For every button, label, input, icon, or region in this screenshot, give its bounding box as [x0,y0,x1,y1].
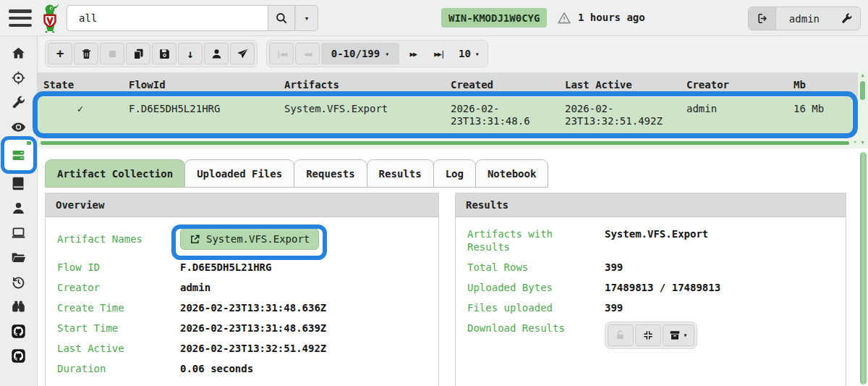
sidebar-item-vfs[interactable] [6,245,32,269]
col-flowid[interactable]: FlowId [123,79,278,91]
first-page-button[interactable]: |◀◀ [269,43,294,64]
search-options-dropdown[interactable]: ▾ [295,5,318,31]
active-indicator-dot [27,141,31,145]
artifact-names-label: Artifact Names [57,232,171,246]
launch-flow-button[interactable] [230,43,255,64]
flows-table-header: State FlowId Artifacts Created Last Acti… [38,72,858,96]
last-page-button[interactable]: ▶▶| [427,43,451,64]
archive-download-button[interactable]: ▾ [663,324,694,346]
table-horizontal-scrollbar[interactable]: ▸ [38,140,858,146]
overview-row-start-time: Start Time2026-02-23T13:31:48.639Z [57,322,427,335]
search-input[interactable] [67,5,268,31]
stop-flow-button[interactable] [100,43,124,64]
hscroll-thumb[interactable] [41,141,849,145]
lock-download-button[interactable] [608,324,634,346]
hamburger-menu-icon[interactable] [9,9,32,27]
col-mb[interactable]: Mb [788,79,858,91]
sidebar-item-search[interactable] [6,294,32,319]
new-collection-button[interactable]: + [48,43,72,64]
page-vertical-scrollbar[interactable] [860,152,867,385]
search-button[interactable] [268,5,295,31]
binoculars-icon [11,299,26,314]
vscroll-thumb[interactable] [860,81,865,100]
col-last-active[interactable]: Last Active [559,79,681,91]
overview-artifact-names-row: Artifact Names System.VFS.Export [57,227,427,251]
caret-down-icon: ▾ [385,50,389,58]
row-value: admin [180,281,210,294]
artifact-link-button[interactable]: System.VFS.Export [180,228,319,250]
flow-mb-cell: 16 Mb [788,97,852,133]
trash-icon [80,48,93,60]
sidebar-item-server-collections[interactable] [4,139,34,171]
col-created[interactable]: Created [445,79,559,91]
next-page-button[interactable]: ▶▶ [401,43,425,64]
scroll-right-icon[interactable]: ▸ [854,138,857,145]
col-state[interactable]: State [38,79,123,91]
user-icon [11,201,26,216]
tab-results[interactable]: Results [367,159,434,188]
page-range-dropdown[interactable]: 0-10/199 ▾ [321,43,399,64]
user-button-group: admin [748,7,861,30]
home-icon [11,46,26,61]
external-link-icon [190,234,200,245]
tab-uploaded-files[interactable]: Uploaded Files [184,159,294,188]
hostname-badge[interactable]: WIN-KMODJ1W0CYG [441,8,547,28]
col-artifacts[interactable]: Artifacts [278,79,445,91]
tab-artifact-collection[interactable]: Artifact Collection [45,159,185,188]
tab-log[interactable]: Log [433,159,476,188]
search-icon [275,12,288,25]
results-row-files-uploaded: Files uploaded399 [467,301,834,314]
username-button[interactable]: admin [776,7,833,30]
sidebar-item-home[interactable] [6,41,32,65]
compress-icon [642,330,654,341]
scroll-up-icon[interactable]: ▲ [858,72,867,79]
scroll-down-icon[interactable]: ▼ [858,140,867,146]
delete-flow-button[interactable] [74,43,98,64]
tab-requests[interactable]: Requests [294,159,367,188]
server-stack-icon [11,148,26,163]
flow-artifacts-cell: System.VFS.Export [278,97,445,133]
copy-flow-button[interactable] [126,43,150,64]
github-icon [11,348,26,364]
row-value: 17489813 / 17489813 [605,281,720,294]
page-size-dropdown[interactable]: 10 ▾ [453,48,485,59]
row-label: Start Time [57,322,171,335]
caret-down-icon: ▾ [305,14,310,23]
warning-icon [557,11,571,25]
lock-open-icon [615,330,626,341]
prepare-download-button[interactable] [635,324,661,346]
sidebar-item-users[interactable] [6,196,32,220]
prev-page-button[interactable]: ◀◀ [295,43,320,64]
wrench-icon [11,95,26,110]
next-page-icon: ▶▶ [409,50,416,58]
pagination-group: |◀◀ ◀◀ 0-10/199 ▾ ▶▶ ▶▶| 10 ▾ [266,40,488,67]
sidebar-item-server-events[interactable] [6,114,32,139]
laptop-icon [11,225,26,240]
sidebar-item-history[interactable] [6,269,32,294]
sidebar-item-notebooks[interactable] [6,171,32,196]
detail-cards: Overview Artifact Names System.VFS.Expor… [45,193,846,386]
history-clock-icon [11,274,26,290]
flow-table-row[interactable]: ✓ F.D6E5DH5L21HRG System.VFS.Export 2026… [38,97,852,133]
table-vertical-scrollbar[interactable]: ▲ ▼ [858,72,867,146]
sidebar-item-clients[interactable] [6,220,32,245]
logout-button[interactable] [749,7,776,30]
download-results-button[interactable]: ↓ [178,43,203,64]
user-settings-button[interactable] [833,7,860,30]
flow-toolbar: + ↓ |◀◀ ◀◀ 0-10/199 ▾ ▶▶ ▶▶| 10 ▾ [45,40,488,67]
sidebar-item-github-docs[interactable] [6,319,32,343]
sidebar-item-github-repo[interactable] [6,343,32,368]
sidebar-item-server-artifacts[interactable] [6,90,32,114]
assign-user-button[interactable] [204,43,229,64]
tab-notebook[interactable]: Notebook [475,159,548,188]
overview-card-title: Overview [46,193,438,217]
top-bar: ▾ WIN-KMODJ1W0CYG 1 hours ago admin [0,0,868,36]
download-arrow-icon: ↓ [187,47,194,61]
overview-row-last-active: Last Active2026-02-23T13:32:51.492Z [57,342,427,355]
results-row-uploaded-bytes: Uploaded Bytes17489813 / 17489813 [467,281,834,294]
sidebar-item-hunts[interactable] [6,65,32,90]
save-collection-button[interactable] [152,43,176,64]
row-label: Last Active [57,342,171,355]
col-creator[interactable]: Creator [681,79,788,91]
overview-row-create-time: Create Time2026-02-23T13:31:48.636Z [57,301,427,314]
